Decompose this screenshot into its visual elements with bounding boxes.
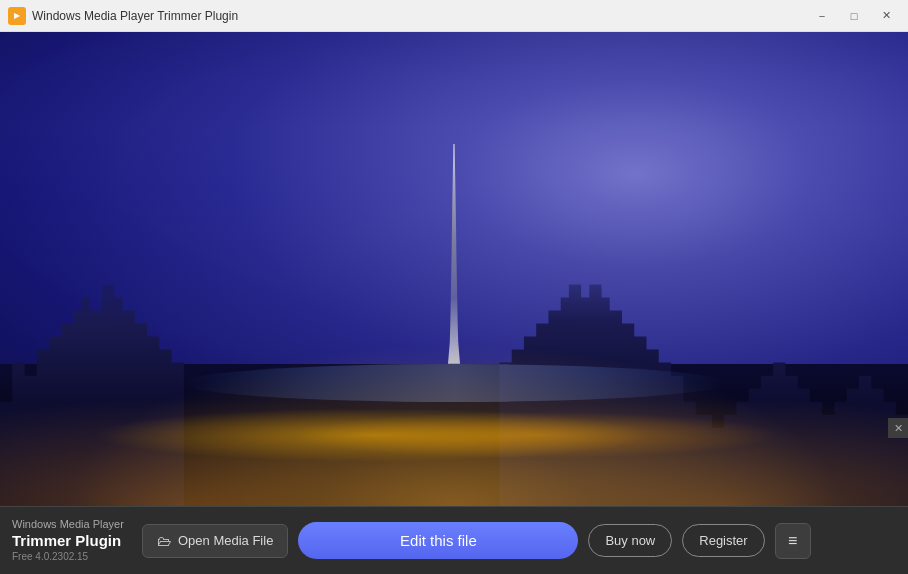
open-media-label: Open Media File bbox=[178, 533, 273, 548]
buy-now-button[interactable]: Buy now bbox=[588, 524, 672, 557]
open-media-button[interactable]: 🗁 Open Media File bbox=[142, 524, 288, 558]
road-lights bbox=[45, 388, 862, 483]
menu-button[interactable]: ≡ bbox=[775, 523, 811, 559]
video-close-icon[interactable]: ✕ bbox=[888, 418, 908, 438]
video-area: ✕ bbox=[0, 32, 908, 506]
minimize-button[interactable]: − bbox=[808, 5, 836, 27]
register-button[interactable]: Register bbox=[682, 524, 764, 557]
bottom-bar: Windows Media Player Trimmer Plugin Free… bbox=[0, 506, 908, 574]
edit-file-button[interactable]: Edit this file bbox=[298, 522, 578, 559]
title-bar-title: Windows Media Player Trimmer Plugin bbox=[32, 9, 238, 23]
app-info-title: Windows Media Player bbox=[12, 518, 132, 531]
app-name: Trimmer Plugin bbox=[12, 531, 132, 551]
video-background bbox=[0, 32, 908, 506]
app-version: Free 4.0.2302.15 bbox=[12, 551, 132, 563]
title-bar: Windows Media Player Trimmer Plugin − □ … bbox=[0, 0, 908, 32]
title-bar-controls: − □ ✕ bbox=[808, 5, 900, 27]
app-info: Windows Media Player Trimmer Plugin Free… bbox=[12, 518, 132, 563]
folder-icon: 🗁 bbox=[157, 533, 171, 549]
app-icon bbox=[8, 7, 26, 25]
close-button[interactable]: ✕ bbox=[872, 5, 900, 27]
maximize-button[interactable]: □ bbox=[840, 5, 868, 27]
title-bar-left: Windows Media Player Trimmer Plugin bbox=[8, 7, 238, 25]
